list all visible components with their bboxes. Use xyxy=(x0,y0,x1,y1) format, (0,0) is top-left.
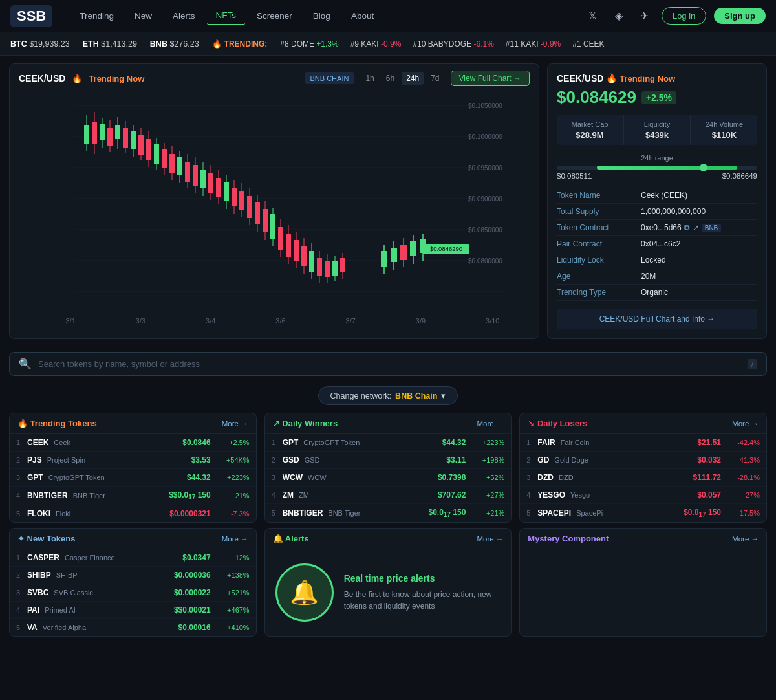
nav-alerts[interactable]: Alerts xyxy=(164,7,204,25)
trending-tokens-title: 🔥 Trending Tokens xyxy=(17,419,97,428)
mystery-card-header: Mystery Component More → xyxy=(520,529,766,549)
header-right: 𝕏 ◈ ✈ Log in Sign up xyxy=(584,7,766,25)
svg-rect-66 xyxy=(286,234,291,257)
copy-icon[interactable]: ⧉ xyxy=(684,223,690,232)
svg-rect-48 xyxy=(216,178,221,197)
mystery-card: Mystery Component More → xyxy=(519,528,767,637)
bnb-price: BNB $276.23 xyxy=(150,39,199,49)
time-24h[interactable]: 24h xyxy=(402,72,424,85)
svg-text:$0.0850000: $0.0850000 xyxy=(468,226,502,234)
nav-about[interactable]: About xyxy=(342,7,383,25)
bottom-tables: ✦ New Tokens More → 1 CASPER Casper Fina… xyxy=(0,528,776,646)
twitter-icon[interactable]: 𝕏 xyxy=(584,7,602,25)
svg-rect-36 xyxy=(169,154,175,173)
info-token-contract: Token Contract 0xe0...5d66 ⧉ ↗ BNB xyxy=(557,220,757,236)
svg-text:$0.1050000: $0.1050000 xyxy=(468,102,502,109)
svg-rect-84 xyxy=(391,248,397,262)
svg-rect-56 xyxy=(247,196,252,218)
right-pair-title: CEEK/USD 🔥 Trending Now xyxy=(557,73,757,83)
svg-rect-88 xyxy=(410,241,416,256)
nav-blog[interactable]: Blog xyxy=(304,7,339,25)
lose-row-4: 4 YESGO Yesgo $0.057 -27% xyxy=(520,487,766,504)
svg-rect-44 xyxy=(200,170,206,188)
svg-rect-60 xyxy=(263,209,268,232)
range-bar xyxy=(557,166,757,170)
range-fill xyxy=(597,166,737,170)
alerts-more-button[interactable]: More → xyxy=(477,535,503,543)
svg-rect-74 xyxy=(317,258,322,276)
chevron-down-icon: ▾ xyxy=(441,391,446,400)
win-row-4: 4 ZM ZM $707.62 +27% xyxy=(265,487,512,504)
new-tokens-more-button[interactable]: More → xyxy=(222,535,248,543)
svg-rect-14 xyxy=(84,125,89,144)
svg-rect-68 xyxy=(294,240,299,261)
chart-section: CEEK/USD 🔥 Trending Now BNB CHAIN 1h 6h … xyxy=(9,63,539,339)
candlestick-chart: $0.1050000 $0.1000000 $0.0950000 $0.0900… xyxy=(10,93,539,312)
external-link-icon[interactable]: ↗ xyxy=(693,223,699,232)
time-1h[interactable]: 1h xyxy=(361,72,378,85)
time-6h[interactable]: 6h xyxy=(382,72,399,85)
full-chart-link[interactable]: CEEK/USD Full Chart and Info → xyxy=(557,309,757,329)
view-full-chart-button[interactable]: View Full Chart → xyxy=(451,71,530,86)
svg-text:$0.0846290: $0.0846290 xyxy=(430,245,462,252)
new-tokens-header: ✦ New Tokens More → xyxy=(10,529,256,549)
price-change-badge: +2.5% xyxy=(641,91,676,104)
time-7d[interactable]: 7d xyxy=(426,72,444,85)
svg-rect-76 xyxy=(325,261,330,277)
svg-rect-34 xyxy=(162,149,167,168)
losers-card-header: ↘ Daily Losers More → xyxy=(520,413,766,434)
alerts-title: 🔔 Alerts xyxy=(273,534,309,543)
search-icon: 🔍 xyxy=(19,358,32,370)
time-buttons: 1h 6h 24h 7d xyxy=(361,72,444,85)
token-tables: 🔥 Trending Tokens More → 1 CEEK Ceek $0.… xyxy=(0,408,776,528)
new-row-4: 4 PAI Primed AI $$0.00021 +467% xyxy=(10,602,256,619)
search-input[interactable] xyxy=(38,359,741,369)
volume-cell: 24h Volume $110K xyxy=(691,115,757,145)
trend-row-2: 2 PJS Project Spin $3.53 +54K% xyxy=(10,452,256,469)
new-tokens-title: ✦ New Tokens xyxy=(17,534,76,543)
ticker-bar: BTC $19,939.23 ETH $1,413.29 BNB $276.23… xyxy=(0,32,776,56)
header: SSB Trending New Alerts NFTs Screener Bl… xyxy=(0,0,776,32)
nav-new[interactable]: New xyxy=(125,7,161,25)
svg-rect-82 xyxy=(381,251,387,267)
new-row-5: 5 VA Verified Alpha $0.00016 +410% xyxy=(10,619,256,636)
nav: Trending New Alerts NFTs Screener Blog A… xyxy=(70,6,584,25)
losers-more-button[interactable]: More → xyxy=(732,420,759,428)
btc-price: BTC $19,939.23 xyxy=(10,39,70,49)
big-price: $0.084629 +2.5% xyxy=(557,87,757,107)
svg-rect-64 xyxy=(278,227,283,250)
daily-winners-card: ↗ Daily Winners More → 1 GPT CryptoGPT T… xyxy=(264,413,512,523)
ticker-ceek: #1 CEEK xyxy=(572,39,604,49)
new-row-3: 3 SVBC SVB Classic $0.000022 +521% xyxy=(10,584,256,602)
mystery-more-button[interactable]: More → xyxy=(732,535,759,543)
trending-tokens-card: 🔥 Trending Tokens More → 1 CEEK Ceek $0.… xyxy=(9,413,257,523)
login-button[interactable]: Log in xyxy=(662,7,706,25)
info-trending-type: Trending Type Organic xyxy=(557,285,757,301)
alerts-text: Real time price alerts Be the first to k… xyxy=(344,573,501,612)
svg-rect-52 xyxy=(232,188,237,206)
ticker-dome: #8 DOME +1.3% xyxy=(280,39,338,49)
range-section: 24h range $0.080511 $0.086649 xyxy=(557,154,757,180)
telegram-icon[interactable]: ✈ xyxy=(636,7,654,25)
fire-icon: 🔥 xyxy=(72,74,82,83)
trending-more-button[interactable]: More → xyxy=(222,420,248,428)
trending-now-label: Trending Now xyxy=(89,74,144,83)
nav-trending[interactable]: Trending xyxy=(70,7,123,25)
main-content: CEEK/USD 🔥 Trending Now BNB CHAIN 1h 6h … xyxy=(0,56,776,347)
svg-rect-46 xyxy=(208,173,213,193)
nav-nfts[interactable]: NFTs xyxy=(207,6,246,25)
alerts-card-header: 🔔 Alerts More → xyxy=(265,529,512,549)
winners-more-button[interactable]: More → xyxy=(477,420,503,428)
nav-screener[interactable]: Screener xyxy=(248,7,301,25)
signup-button[interactable]: Sign up xyxy=(714,8,766,24)
svg-text:$0.0800000: $0.0800000 xyxy=(468,257,502,265)
search-shortcut: / xyxy=(748,359,757,369)
svg-rect-16 xyxy=(92,122,97,144)
win-row-3: 3 WCW WCW $0.7398 +52% xyxy=(265,469,512,487)
info-token-name: Token Name Ceek (CEEK) xyxy=(557,188,757,204)
svg-rect-26 xyxy=(131,131,136,149)
discord-icon[interactable]: ◈ xyxy=(610,7,628,25)
win-row-1: 1 GPT CryptoGPT Token $44.32 +223% xyxy=(265,434,512,452)
network-selector[interactable]: Change network: BNB Chain ▾ xyxy=(318,386,458,405)
chart-date-labels: 3/1 3/3 3/4 3/6 3/7 3/9 3/10 xyxy=(10,314,539,330)
